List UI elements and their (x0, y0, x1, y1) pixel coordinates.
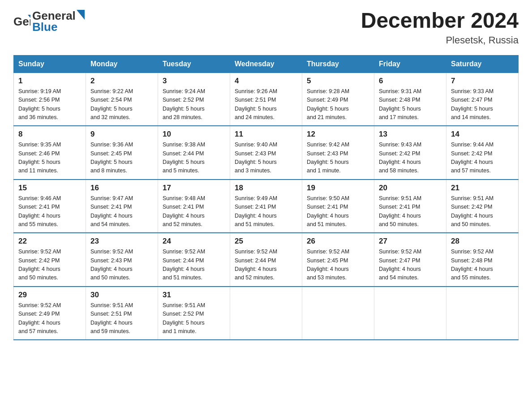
day-info: Sunrise: 9:40 AM Sunset: 2:43 PM Dayligh… (235, 141, 297, 176)
day-info: Sunrise: 9:52 AM Sunset: 2:48 PM Dayligh… (451, 248, 514, 283)
month-title: December 2024 (361, 9, 519, 33)
header-monday: Monday (86, 55, 158, 73)
calendar-cell: 6Sunrise: 9:31 AM Sunset: 2:48 PM Daylig… (374, 73, 446, 126)
day-info: Sunrise: 9:52 AM Sunset: 2:49 PM Dayligh… (18, 301, 81, 336)
day-number: 21 (451, 184, 514, 193)
calendar-cell: 22Sunrise: 9:52 AM Sunset: 2:42 PM Dayli… (14, 233, 86, 287)
day-number: 25 (235, 237, 297, 246)
calendar-cell: 15Sunrise: 9:46 AM Sunset: 2:41 PM Dayli… (14, 180, 86, 233)
day-number: 6 (379, 77, 442, 86)
calendar-cell: 28Sunrise: 9:52 AM Sunset: 2:48 PM Dayli… (446, 233, 519, 287)
calendar-cell: 26Sunrise: 9:52 AM Sunset: 2:45 PM Dayli… (302, 233, 374, 287)
day-number: 17 (163, 184, 225, 193)
day-number: 4 (235, 77, 297, 86)
day-info: Sunrise: 9:24 AM Sunset: 2:52 PM Dayligh… (163, 87, 225, 122)
day-info: Sunrise: 9:51 AM Sunset: 2:41 PM Dayligh… (379, 194, 442, 229)
calendar-cell: 8Sunrise: 9:35 AM Sunset: 2:46 PM Daylig… (14, 126, 86, 180)
calendar-cell: 13Sunrise: 9:43 AM Sunset: 2:42 PM Dayli… (374, 126, 446, 180)
page-header: General General Blue December 2024 Plese… (13, 9, 519, 46)
week-row-3: 15Sunrise: 9:46 AM Sunset: 2:41 PM Dayli… (14, 180, 519, 233)
day-number: 18 (235, 184, 297, 193)
header-tuesday: Tuesday (158, 55, 230, 73)
day-number: 15 (18, 184, 81, 193)
logo-triangle (77, 10, 85, 20)
day-info: Sunrise: 9:50 AM Sunset: 2:41 PM Dayligh… (307, 194, 369, 229)
day-info: Sunrise: 9:33 AM Sunset: 2:47 PM Dayligh… (451, 87, 514, 122)
calendar-header-row: SundayMondayTuesdayWednesdayThursdayFrid… (14, 55, 519, 73)
day-number: 3 (163, 77, 225, 86)
logo: General General Blue (13, 9, 85, 34)
calendar-cell: 14Sunrise: 9:44 AM Sunset: 2:42 PM Dayli… (446, 126, 519, 180)
calendar-cell: 16Sunrise: 9:47 AM Sunset: 2:41 PM Dayli… (86, 180, 158, 233)
day-number: 22 (18, 237, 81, 246)
day-number: 7 (451, 77, 514, 86)
calendar-cell: 4Sunrise: 9:26 AM Sunset: 2:51 PM Daylig… (230, 73, 302, 126)
calendar-cell: 12Sunrise: 9:42 AM Sunset: 2:43 PM Dayli… (302, 126, 374, 180)
day-info: Sunrise: 9:52 AM Sunset: 2:44 PM Dayligh… (163, 248, 225, 283)
calendar-cell: 20Sunrise: 9:51 AM Sunset: 2:41 PM Dayli… (374, 180, 446, 233)
day-number: 9 (90, 130, 153, 139)
day-number: 30 (90, 291, 153, 300)
calendar-cell (374, 287, 446, 340)
day-number: 19 (307, 184, 369, 193)
calendar-cell: 21Sunrise: 9:51 AM Sunset: 2:42 PM Dayli… (446, 180, 519, 233)
day-info: Sunrise: 9:52 AM Sunset: 2:47 PM Dayligh… (379, 248, 442, 283)
logo-icon: General (13, 13, 30, 30)
svg-text:General: General (13, 15, 30, 28)
svg-marker-2 (77, 10, 85, 20)
week-row-1: 1Sunrise: 9:19 AM Sunset: 2:56 PM Daylig… (14, 73, 519, 126)
day-info: Sunrise: 9:44 AM Sunset: 2:42 PM Dayligh… (451, 141, 514, 176)
day-number: 29 (18, 291, 81, 300)
calendar-cell: 9Sunrise: 9:36 AM Sunset: 2:45 PM Daylig… (86, 126, 158, 180)
calendar-cell: 18Sunrise: 9:49 AM Sunset: 2:41 PM Dayli… (230, 180, 302, 233)
day-info: Sunrise: 9:51 AM Sunset: 2:52 PM Dayligh… (163, 301, 225, 336)
day-number: 24 (163, 237, 225, 246)
header-sunday: Sunday (14, 55, 86, 73)
day-number: 16 (90, 184, 153, 193)
day-info: Sunrise: 9:51 AM Sunset: 2:51 PM Dayligh… (90, 301, 153, 336)
day-number: 27 (379, 237, 442, 246)
calendar-cell: 19Sunrise: 9:50 AM Sunset: 2:41 PM Dayli… (302, 180, 374, 233)
day-info: Sunrise: 9:31 AM Sunset: 2:48 PM Dayligh… (379, 87, 442, 122)
header-friday: Friday (374, 55, 446, 73)
header-thursday: Thursday (302, 55, 374, 73)
day-info: Sunrise: 9:48 AM Sunset: 2:41 PM Dayligh… (163, 194, 225, 229)
day-info: Sunrise: 9:36 AM Sunset: 2:45 PM Dayligh… (90, 141, 153, 176)
day-info: Sunrise: 9:43 AM Sunset: 2:42 PM Dayligh… (379, 141, 442, 176)
day-number: 26 (307, 237, 369, 246)
day-info: Sunrise: 9:52 AM Sunset: 2:44 PM Dayligh… (235, 248, 297, 283)
logo-blue-text: Blue (32, 20, 85, 34)
week-row-2: 8Sunrise: 9:35 AM Sunset: 2:46 PM Daylig… (14, 126, 519, 180)
day-info: Sunrise: 9:22 AM Sunset: 2:54 PM Dayligh… (90, 87, 153, 122)
day-info: Sunrise: 9:47 AM Sunset: 2:41 PM Dayligh… (90, 194, 153, 229)
day-info: Sunrise: 9:46 AM Sunset: 2:41 PM Dayligh… (18, 194, 81, 229)
day-number: 1 (18, 77, 81, 86)
calendar-cell: 11Sunrise: 9:40 AM Sunset: 2:43 PM Dayli… (230, 126, 302, 180)
day-info: Sunrise: 9:35 AM Sunset: 2:46 PM Dayligh… (18, 141, 81, 176)
calendar-cell: 23Sunrise: 9:52 AM Sunset: 2:43 PM Dayli… (86, 233, 158, 287)
day-number: 11 (235, 130, 297, 139)
day-info: Sunrise: 9:28 AM Sunset: 2:49 PM Dayligh… (307, 87, 369, 122)
day-number: 2 (90, 77, 153, 86)
day-info: Sunrise: 9:52 AM Sunset: 2:42 PM Dayligh… (18, 248, 81, 283)
day-info: Sunrise: 9:38 AM Sunset: 2:44 PM Dayligh… (163, 141, 225, 176)
header-wednesday: Wednesday (230, 55, 302, 73)
day-info: Sunrise: 9:19 AM Sunset: 2:56 PM Dayligh… (18, 87, 81, 122)
calendar-cell: 10Sunrise: 9:38 AM Sunset: 2:44 PM Dayli… (158, 126, 230, 180)
calendar-cell (230, 287, 302, 340)
calendar-cell: 30Sunrise: 9:51 AM Sunset: 2:51 PM Dayli… (86, 287, 158, 340)
day-number: 20 (379, 184, 442, 193)
day-number: 8 (18, 130, 81, 139)
calendar-cell: 17Sunrise: 9:48 AM Sunset: 2:41 PM Dayli… (158, 180, 230, 233)
calendar-cell: 3Sunrise: 9:24 AM Sunset: 2:52 PM Daylig… (158, 73, 230, 126)
location: Plesetsk, Russia (361, 34, 519, 46)
day-number: 5 (307, 77, 369, 86)
calendar-cell: 27Sunrise: 9:52 AM Sunset: 2:47 PM Dayli… (374, 233, 446, 287)
day-number: 23 (90, 237, 153, 246)
calendar-cell: 7Sunrise: 9:33 AM Sunset: 2:47 PM Daylig… (446, 73, 519, 126)
calendar-cell (446, 287, 519, 340)
week-row-5: 29Sunrise: 9:52 AM Sunset: 2:49 PM Dayli… (14, 287, 519, 340)
day-number: 13 (379, 130, 442, 139)
day-number: 31 (163, 291, 225, 300)
day-number: 10 (163, 130, 225, 139)
